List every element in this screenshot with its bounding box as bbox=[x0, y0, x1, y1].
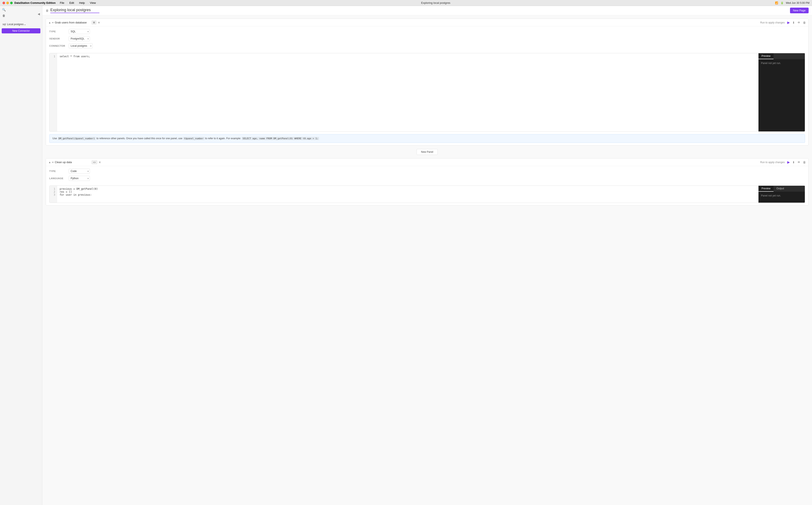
panel-2-name-input[interactable] bbox=[55, 161, 90, 164]
panel-1-vendor-select[interactable]: PostgreSQL MySQL bbox=[69, 36, 90, 41]
new-panel-row: New Panel bbox=[46, 149, 809, 155]
panel-2-code-container: 123 previous = DM_getPanel(0) res = [] f… bbox=[49, 185, 805, 203]
panel-2-run-button[interactable]: ▶ bbox=[787, 160, 790, 164]
panel-1-vendor-select-wrapper: PostgreSQL MySQL bbox=[69, 36, 90, 41]
panel-2-language-label: LANGUAGE bbox=[49, 177, 66, 180]
panel-2-output-tab[interactable]: Output bbox=[774, 186, 787, 192]
panel-2-collapse-down-icon[interactable]: ▾ bbox=[52, 161, 53, 164]
app-container: 🔍 🗑 ◀ sql Local postgres ⌄ New Connector… bbox=[0, 6, 812, 505]
collapse-sidebar-button[interactable]: ◀ bbox=[37, 12, 40, 16]
panel-2-line-numbers: 123 bbox=[49, 186, 57, 203]
panel-2-preview-content: Panel not yet run. bbox=[759, 192, 805, 200]
sidebar-connector-row: sql Local postgres ⌄ bbox=[2, 22, 40, 27]
panel-1-download-button[interactable]: ⬇ bbox=[792, 21, 795, 24]
menu-help[interactable]: Help bbox=[78, 1, 86, 5]
panel-1-collapse-up-icon[interactable]: ▲ bbox=[48, 21, 51, 24]
info-code-1: DM_getPanel($panel_number) bbox=[58, 137, 96, 140]
panel-1-hide-button[interactable]: 👁 bbox=[797, 21, 800, 24]
panel-1-connector-select[interactable]: Local postgres bbox=[69, 43, 93, 48]
panel-2-download-button[interactable]: ⬇ bbox=[792, 161, 795, 164]
panel-1-vendor-row: VENDOR PostgreSQL MySQL bbox=[49, 36, 805, 41]
menu-view[interactable]: View bbox=[89, 1, 97, 5]
panel-1-type-icon[interactable]: ⊞ bbox=[92, 20, 97, 24]
panel-1-header-right: Run to apply changes ▶ ⬇ 👁 🗑 bbox=[760, 20, 806, 24]
panel-1-run-button[interactable]: ▶ bbox=[787, 20, 790, 24]
search-icon[interactable]: 🔍 bbox=[2, 8, 6, 12]
page-title-input[interactable] bbox=[50, 8, 99, 13]
close-window-button[interactable] bbox=[3, 2, 5, 4]
panel-1: ▲ ▾ ⊞ ✕ Run to apply changes ▶ ⬇ bbox=[46, 19, 809, 146]
panel-1-preview-content: Panel not yet run. bbox=[759, 59, 805, 67]
panel-2-delete-button[interactable]: 🗑 bbox=[803, 161, 806, 164]
menu-edit[interactable]: Edit bbox=[69, 1, 75, 5]
panel-1-type-select-wrapper: SQL Code bbox=[69, 29, 90, 34]
sidebar: 🔍 🗑 ◀ sql Local postgres ⌄ New Connector bbox=[0, 6, 42, 505]
panel-2-hide-button[interactable]: 👁 bbox=[797, 161, 800, 164]
panel-1-type-row: TYPE SQL Code bbox=[49, 29, 805, 34]
panel-2-type-label: TYPE bbox=[49, 170, 66, 172]
panel-1-type-select[interactable]: SQL Code bbox=[69, 29, 90, 34]
panel-1-code-container: 1 select * from users; Preview Panel not… bbox=[49, 53, 805, 132]
app-name: DataStation Community Edition bbox=[14, 1, 55, 4]
panel-2-header: ▲ ▾ <> ✕ Run to apply changes ▶ ⬇ bbox=[46, 158, 808, 166]
panel-2-header-right: Run to apply changes ▶ ⬇ 👁 🗑 bbox=[760, 160, 806, 164]
panel-2-language-select[interactable]: Python JavaScript bbox=[69, 176, 90, 181]
main-content: 🗑 New Page ▲ ▾ ⊞ ✕ bbox=[42, 6, 812, 505]
panel-2-form: TYPE Code SQL LANGUAGE bbox=[46, 166, 808, 185]
maximize-window-button[interactable] bbox=[10, 2, 13, 4]
panel-2-language-select-wrapper: Python JavaScript bbox=[69, 176, 90, 181]
new-page-button[interactable]: New Page bbox=[790, 8, 809, 13]
panel-2-language-row: LANGUAGE Python JavaScript bbox=[49, 176, 805, 181]
traffic-lights bbox=[3, 2, 13, 4]
connector-name: Local postgres bbox=[7, 23, 23, 26]
new-panel-button[interactable]: New Panel bbox=[417, 149, 438, 155]
title-bar-left: DataStation Community Edition File Edit … bbox=[3, 1, 97, 5]
title-bar: DataStation Community Edition File Edit … bbox=[0, 0, 812, 6]
panel-2-preview-tabs: Preview Output bbox=[759, 186, 805, 192]
date-time: Wed Jun 30 5:00 PM bbox=[786, 1, 809, 4]
panel-1-line-numbers: 1 bbox=[49, 53, 57, 131]
panel-1-collapse-down-icon[interactable]: ▾ bbox=[52, 21, 53, 24]
panel-1-close-icon[interactable]: ✕ bbox=[98, 21, 100, 24]
panel-1-connector-label: CONNECTOR bbox=[49, 44, 66, 47]
wifi-icon: 📶 bbox=[775, 1, 778, 5]
new-connector-button[interactable]: New Connector bbox=[2, 28, 40, 33]
panel-1-preview-empty: Panel not yet run. bbox=[761, 62, 781, 65]
sidebar-icons: 🔍 🗑 bbox=[2, 8, 6, 18]
panel-2: ▲ ▾ <> ✕ Run to apply changes ▶ ⬇ bbox=[46, 158, 809, 206]
panel-1-code-editor[interactable]: select * from users; bbox=[57, 53, 758, 131]
battery-icon: 🔋 bbox=[780, 1, 784, 5]
panel-2-run-label: Run to apply changes bbox=[760, 161, 785, 164]
panel-1-connector-select-wrapper: Local postgres bbox=[69, 43, 93, 48]
panel-2-close-icon[interactable]: ✕ bbox=[99, 161, 101, 164]
panel-1-type-label: TYPE bbox=[49, 30, 66, 33]
connector-dropdown[interactable]: Local postgres ⌄ bbox=[7, 23, 26, 26]
page-header: 🗑 New Page bbox=[42, 6, 812, 15]
info-code-3: SELECT age, name FROM DM_getPanel(0) WHE… bbox=[242, 137, 319, 140]
panel-1-preview-tab[interactable]: Preview bbox=[759, 53, 774, 59]
panel-2-type-row: TYPE Code SQL bbox=[49, 169, 805, 174]
panel-2-type-icon[interactable]: <> bbox=[92, 160, 97, 164]
content-area: 🔍 🗑 ◀ sql Local postgres ⌄ New Connector… bbox=[0, 6, 812, 505]
panel-2-type-select-wrapper: Code SQL bbox=[69, 169, 90, 174]
menu-file[interactable]: File bbox=[59, 1, 65, 5]
title-bar-right: 📶 🔋 Wed Jun 30 5:00 PM bbox=[775, 1, 809, 5]
menu-bar: DataStation Community Edition File Edit … bbox=[14, 1, 97, 5]
minimize-window-button[interactable] bbox=[6, 2, 9, 4]
panel-2-preview-tab[interactable]: Preview bbox=[759, 186, 774, 192]
panel-2-code-editor[interactable]: previous = DM_getPanel(0) res = [] for u… bbox=[57, 186, 758, 203]
panel-1-name-input[interactable] bbox=[55, 21, 90, 24]
panel-1-preview-tabs: Preview bbox=[759, 53, 805, 59]
panel-1-run-label: Run to apply changes bbox=[760, 21, 785, 24]
page-content: ▲ ▾ ⊞ ✕ Run to apply changes ▶ ⬇ bbox=[42, 15, 812, 505]
panel-2-collapse-up-icon[interactable]: ▲ bbox=[48, 161, 51, 164]
delete-icon[interactable]: 🗑 bbox=[2, 13, 6, 18]
panel-2-type-select[interactable]: Code SQL bbox=[69, 169, 90, 174]
panel-1-form: TYPE SQL Code VENDOR bbox=[46, 26, 808, 53]
panel-1-delete-button[interactable]: 🗑 bbox=[803, 21, 806, 24]
panel-1-header: ▲ ▾ ⊞ ✕ Run to apply changes ▶ ⬇ bbox=[46, 19, 808, 26]
delete-page-icon[interactable]: 🗑 bbox=[46, 9, 49, 12]
panel-1-connector-row: CONNECTOR Local postgres bbox=[49, 43, 805, 48]
panel-2-header-left: ▲ ▾ <> ✕ bbox=[48, 160, 101, 164]
panel-2-editor-left: 123 previous = DM_getPanel(0) res = [] f… bbox=[49, 186, 758, 203]
